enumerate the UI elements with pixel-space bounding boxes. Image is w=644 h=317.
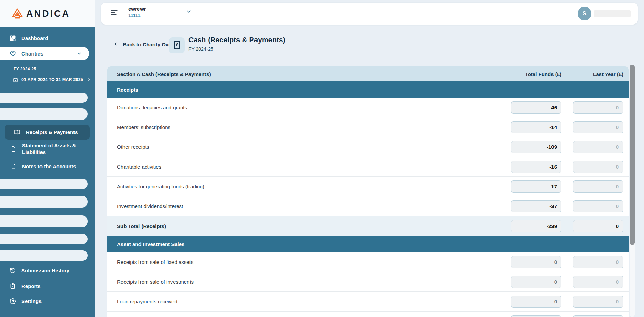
last-year-input: [573, 161, 623, 173]
last-year-input: [573, 256, 623, 268]
table-header-row: Section A Cash (Receipts & Payments) Tot…: [107, 66, 629, 81]
menu-icon[interactable]: [111, 10, 118, 16]
sidebar-item-charities[interactable]: Charities: [0, 47, 89, 60]
row-label: Other receipts: [117, 144, 511, 150]
sidebar-item-label: Dashboard: [21, 35, 48, 41]
brand-name: ANDICA: [26, 9, 70, 19]
table-body: ReceiptsDonations, legacies and grantsMe…: [107, 81, 629, 317]
charity-icon: [9, 50, 16, 57]
total-funds-input[interactable]: [511, 180, 561, 193]
row-label: Members’ subscriptions: [117, 124, 511, 130]
page-subtitle: FY 2024-25: [188, 46, 213, 52]
sidebar-item-label: Notes to the Accounts: [22, 163, 76, 169]
row-label: Activities for generating funds (trading…: [117, 184, 511, 189]
scrollbar-track[interactable]: [630, 65, 635, 317]
page-title: Cash (Receipts & Payments): [188, 36, 285, 44]
skeleton-item: [0, 234, 88, 244]
sidebar-item-period[interactable]: 01 APR 2024 TO 31 MAR 2025: [0, 75, 95, 84]
subtotal-row: Sub Total (Receipts): [107, 216, 629, 236]
table-section-header: Receipts: [107, 81, 629, 98]
total-funds-input[interactable]: [511, 256, 561, 268]
table-header-section: Section A Cash (Receipts & Payments): [117, 71, 211, 77]
charity-selector-dropdown[interactable]: ewrewr 11111: [128, 5, 192, 18]
sidebar-item-notes-accounts[interactable]: Notes to the Accounts: [0, 161, 95, 172]
sidebar-item-statement-assets-liabilities[interactable]: Statement of Assets & Liabilities: [0, 140, 95, 157]
sidebar-item-label: Receipts & Payments: [26, 129, 78, 135]
sidebar-item-label: Submission History: [21, 268, 69, 273]
app-root: { "brand": { "name": "ANDICA" }, "sideba…: [0, 0, 644, 317]
topbar-user-area: S: [572, 7, 638, 20]
topbar: ewrewr 11111 S: [101, 3, 638, 25]
table-row: Donations, legacies and grants: [107, 98, 629, 117]
total-funds-input[interactable]: [511, 276, 561, 288]
book-icon: [14, 129, 20, 136]
row-label: Receipts from sale of fixed assets: [117, 259, 511, 265]
sidebar-item-settings[interactable]: Settings: [0, 295, 95, 307]
document-icon: [10, 145, 17, 152]
total-funds-input[interactable]: [511, 121, 561, 133]
row-label: Receipts from sale of investments: [117, 279, 511, 285]
sidebar-item-dashboard[interactable]: Dashboard: [0, 31, 95, 46]
svg-text:£: £: [175, 42, 178, 47]
table-header-total-funds: Total Funds (£): [511, 71, 561, 77]
username-skeleton: [594, 10, 631, 17]
table-row: Activities for generating funds (trading…: [107, 177, 629, 196]
report-icon: [9, 283, 16, 289]
chevron-down-icon: [77, 51, 82, 56]
table-row: Receipts from sale of fixed assets: [107, 252, 629, 272]
back-arrow-icon: [114, 41, 120, 48]
sidebar-item-label: Reports: [21, 283, 41, 289]
sidebar-item-receipts-payments[interactable]: Receipts & Payments: [5, 125, 90, 140]
divider: [166, 37, 166, 54]
skeleton-item: [0, 250, 88, 261]
calendar-icon: [13, 77, 18, 82]
table-row: Loan repayments received: [107, 292, 629, 312]
section-a-table: Section A Cash (Receipts & Payments) Tot…: [107, 66, 629, 317]
chevron-down-icon: [186, 9, 192, 15]
logo-mark-icon: [12, 8, 23, 19]
sidebar-item-reports[interactable]: Reports: [0, 280, 95, 292]
total-funds-input: [511, 220, 561, 232]
charity-number: 11111: [128, 12, 146, 18]
last-year-input: [573, 141, 623, 153]
row-label: Sub Total (Receipts): [117, 223, 511, 229]
avatar[interactable]: S: [578, 7, 591, 20]
period-label: 01 APR 2024 TO 31 MAR 2025: [21, 77, 83, 82]
table-row-partial: [107, 312, 629, 317]
divider: [572, 7, 572, 20]
table-row: Receipts from sale of investments: [107, 272, 629, 292]
dashboard-icon: [9, 35, 16, 42]
chevron-right-icon: [87, 78, 91, 82]
row-label: Charitable activities: [117, 164, 511, 170]
row-label: Donations, legacies and grants: [117, 105, 511, 110]
table-row: Investment dividends/interest: [107, 196, 629, 216]
last-year-input: [573, 315, 623, 317]
last-year-input: [573, 220, 623, 232]
sidebar-item-submission-history[interactable]: Submission History: [0, 264, 95, 276]
sidebar-item-label: Settings: [21, 298, 42, 304]
table-row: Charitable activities: [107, 157, 629, 177]
fy-label: FY 2024-25: [14, 67, 36, 72]
charity-name: ewrewr: [128, 5, 146, 12]
row-label: Loan repayments received: [117, 299, 511, 304]
table-section-header: Asset and Investment Sales: [107, 236, 629, 252]
skeleton-item: [0, 179, 88, 189]
skeleton-item: [0, 215, 88, 227]
last-year-input: [573, 180, 623, 193]
logo: ANDICA: [0, 0, 95, 27]
total-funds-input[interactable]: [511, 200, 561, 212]
sidebar: ANDICA Dashboard Charities FY 2024-25: [0, 0, 95, 317]
receipt-pound-icon: £: [169, 37, 185, 53]
document-icon: [10, 163, 17, 170]
total-funds-input[interactable]: [511, 161, 561, 173]
gear-icon: [9, 298, 16, 304]
sidebar-item-label: Charities: [21, 51, 43, 57]
table-header-last-year: Last Year (£): [573, 71, 623, 77]
scrollbar-thumb[interactable]: [630, 65, 635, 245]
total-funds-input[interactable]: [511, 101, 561, 114]
total-funds-input[interactable]: [511, 141, 561, 153]
last-year-input: [573, 276, 623, 288]
skeleton-item: [0, 196, 88, 208]
total-funds-input[interactable]: [511, 315, 561, 317]
total-funds-input[interactable]: [511, 296, 561, 308]
